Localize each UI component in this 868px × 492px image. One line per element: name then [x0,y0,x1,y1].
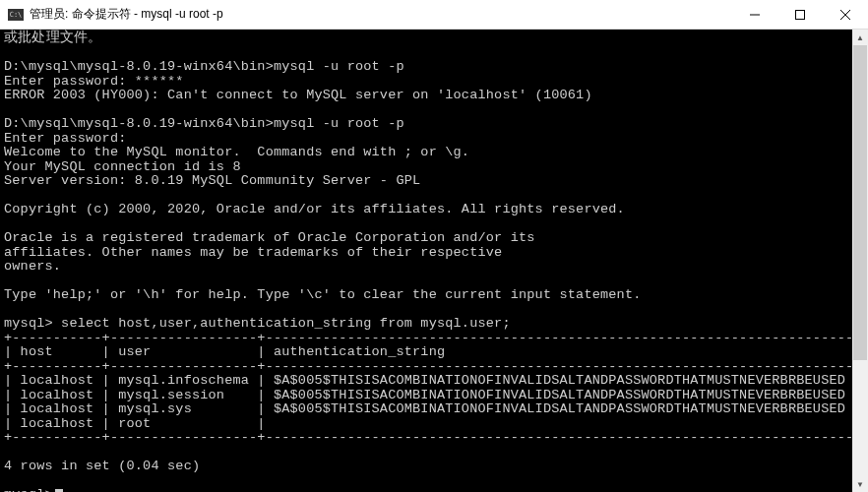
table-header: | host | user | authentication_string | [4,344,862,359]
maximize-button[interactable] [777,0,823,30]
terminal-line: Server version: 8.0.19 MySQL Community S… [4,173,420,188]
terminal-line: D:\mysql\mysql-8.0.19-winx64\bin>mysql -… [4,116,404,131]
terminal-line: Enter password: [4,131,127,146]
terminal-line: Your MySQL connection id is 8 [4,159,241,174]
table-border: +-----------+------------------+--------… [4,430,862,445]
terminal-line: affiliates. Other names may be trademark… [4,245,502,260]
svg-rect-1 [796,10,805,19]
close-icon [840,10,850,20]
terminal-line: Oracle is a registered trademark of Orac… [4,230,535,245]
scrollbar-track[interactable] [852,45,868,476]
terminal-line: owners. [4,259,61,274]
terminal-line: Welcome to the MySQL monitor. Commands e… [4,145,469,159]
maximize-icon [795,10,805,20]
terminal-line: mysql> select host,user,authentication_s… [4,316,511,331]
minimize-icon [750,10,760,20]
scroll-down-arrow-icon[interactable]: ▼ [852,476,868,492]
minimize-button[interactable] [732,0,777,30]
window-titlebar: 管理员: 命令提示符 - mysql -u root -p [0,0,868,30]
close-button[interactable] [823,0,868,30]
terminal-line: 或批处理文件。 [4,31,101,45]
cmd-icon [8,9,24,21]
table-row: | localhost | mysql.session | $A$005$THI… [4,388,862,402]
terminal-line: Type 'help;' or '\h' for help. Type '\c'… [4,287,642,302]
table-row: | localhost | root | | [4,416,862,431]
scroll-up-arrow-icon[interactable]: ▲ [852,30,868,45]
mysql-prompt: mysql> [4,487,53,492]
table-border: +-----------+------------------+--------… [4,331,862,345]
terminal-line: ERROR 2003 (HY000): Can't connect to MyS… [4,88,592,102]
terminal-line: Enter password: ****** [4,74,184,89]
terminal-line: Copyright (c) 2000, 2020, Oracle and/or … [4,202,625,216]
scrollbar-thumb[interactable] [853,45,867,360]
vertical-scrollbar[interactable]: ▲ ▼ [852,30,868,492]
terminal-line: 4 rows in set (0.04 sec) [4,459,200,473]
table-border: +-----------+------------------+--------… [4,359,862,374]
terminal-line: D:\mysql\mysql-8.0.19-winx64\bin>mysql -… [4,59,404,74]
table-row: | localhost | mysql.infoschema | $A$005$… [4,373,862,388]
terminal-area[interactable]: 或批处理文件。 D:\mysql\mysql-8.0.19-winx64\bin… [0,30,868,492]
window-title: 管理员: 命令提示符 - mysql -u root -p [30,6,223,23]
table-row: | localhost | mysql.sys | $A$005$THISISA… [4,401,862,416]
